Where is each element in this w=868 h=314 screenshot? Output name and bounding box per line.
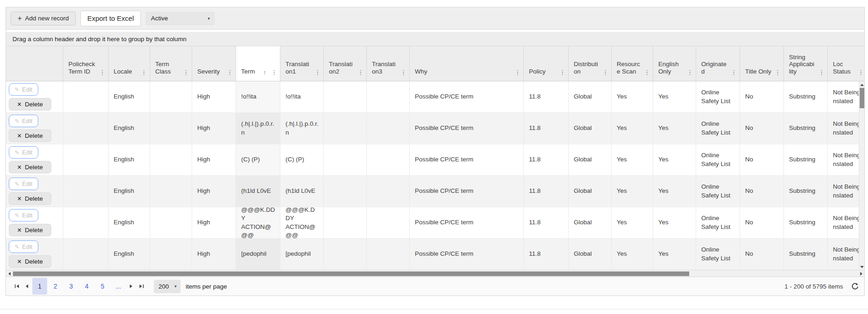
header-cell-loc_status[interactable]: Loc Status⋮ <box>828 46 864 81</box>
header-cell-title_only[interactable]: Title Only⋮ <box>740 46 784 81</box>
delete-button[interactable]: ×Delete <box>9 129 51 142</box>
edit-button[interactable]: ✎Edit <box>9 178 38 190</box>
cell-severity: High <box>192 207 236 238</box>
cell-originated: Online Safety List <box>696 239 740 270</box>
edit-button[interactable]: ✎Edit <box>9 240 38 253</box>
delete-button[interactable]: ×Delete <box>9 98 51 111</box>
refresh-button[interactable] <box>851 283 859 290</box>
scroll-up-button[interactable] <box>859 81 864 88</box>
cell-why: Possible CP/CE term <box>410 144 524 175</box>
cell-originated: Online Safety List <box>696 113 740 144</box>
horizontal-scrollbar[interactable] <box>6 270 864 277</box>
column-menu-icon[interactable]: ⋮ <box>731 69 737 75</box>
scroll-down-button[interactable] <box>859 264 864 270</box>
header-cell-distribution[interactable]: Distribution⋮ <box>569 46 612 81</box>
header-cell-locale[interactable]: Locale⋮ <box>109 46 150 81</box>
scroll-right-button[interactable] <box>858 271 864 277</box>
column-menu-icon[interactable]: ⋮ <box>515 69 521 75</box>
cell-string_applicability: Substring <box>784 144 828 175</box>
cell-value: English <box>114 124 134 132</box>
header-cell-resource_scan[interactable]: Resource Scan⋮ <box>612 46 653 81</box>
column-menu-icon[interactable]: ⋮ <box>858 69 864 75</box>
page-size-dropdown[interactable]: 200 ▼ <box>154 280 181 293</box>
header-cell-term[interactable]: Term↑⋮ <box>236 46 280 81</box>
cell-translation2 <box>324 176 367 207</box>
horizontal-scroll-thumb[interactable] <box>13 271 689 276</box>
seek-first-button[interactable] <box>12 279 22 293</box>
seek-last-button[interactable] <box>136 279 146 293</box>
column-menu-icon[interactable]: ⋮ <box>227 69 233 75</box>
header-cell-english_only[interactable]: English Only⋮ <box>653 46 696 81</box>
header-cell-term_class[interactable]: Term Class⋮ <box>150 46 192 81</box>
next-page-button[interactable] <box>126 279 136 293</box>
group-drop-area[interactable]: Drag a column header and drop it here to… <box>6 32 864 46</box>
cell-translation3 <box>367 176 410 207</box>
page-button-3[interactable]: 3 <box>64 278 79 295</box>
column-menu-icon[interactable]: ⋮ <box>315 69 321 75</box>
delete-button[interactable]: ×Delete <box>9 161 51 173</box>
cell-translation1: [pedophil <box>280 239 324 270</box>
cell-commands: ✎Edit×Delete <box>6 81 63 112</box>
cell-value: Online Safety List <box>701 120 735 136</box>
delete-button[interactable]: ×Delete <box>9 192 51 205</box>
column-menu-icon[interactable]: ⋮ <box>141 69 147 75</box>
cell-value: Yes <box>617 155 627 164</box>
column-menu-icon[interactable]: ⋮ <box>559 69 565 75</box>
header-cell-policy[interactable]: Policy⋮ <box>524 46 569 81</box>
cell-translation3 <box>367 81 410 112</box>
delete-button[interactable]: ×Delete <box>9 255 51 268</box>
column-menu-icon[interactable]: ⋮ <box>99 69 105 75</box>
header-cell-translation1[interactable]: Translation1⋮ <box>280 46 324 81</box>
column-menu-icon[interactable]: ⋮ <box>401 69 407 75</box>
cell-term: (.h|.l.|).p.0.r.n <box>236 113 280 144</box>
column-menu-icon[interactable]: ⋮ <box>775 69 781 75</box>
edit-button[interactable]: ✎Edit <box>9 146 38 159</box>
cell-locale: English <box>109 144 150 175</box>
column-menu-icon[interactable]: ⋮ <box>183 69 189 75</box>
header-cell-string_applicability[interactable]: String Applicability⋮ <box>784 46 828 81</box>
page-button-5[interactable]: 5 <box>95 278 110 295</box>
cell-string_applicability: Substring <box>784 176 828 207</box>
vertical-scroll-thumb[interactable] <box>860 88 864 108</box>
status-filter-dropdown[interactable]: Active ▼ <box>146 12 215 25</box>
header-cell-severity[interactable]: Severity⋮ <box>192 46 236 81</box>
delete-button[interactable]: ×Delete <box>9 224 51 236</box>
page-buttons: 12345... <box>32 278 126 295</box>
cell-term: (C) (P) <box>236 144 280 175</box>
header-title-title_only: Title Only <box>745 68 771 75</box>
cell-commands: ✎Edit×Delete <box>6 207 63 238</box>
page-button-1[interactable]: 1 <box>32 278 47 295</box>
edit-button[interactable]: ✎Edit <box>9 83 38 96</box>
edit-button-label: Edit <box>22 86 32 93</box>
header-title-policy: Policy <box>529 68 546 75</box>
column-menu-icon[interactable]: ⋮ <box>602 69 608 75</box>
edit-button[interactable]: ✎Edit <box>9 209 38 222</box>
cell-value: Substring <box>789 218 815 227</box>
column-menu-icon[interactable]: ⋮ <box>687 69 693 75</box>
cell-why: Possible CP/CE term <box>410 176 524 207</box>
add-new-record-button[interactable]: + Add new record <box>11 12 76 25</box>
column-menu-icon[interactable]: ⋮ <box>644 69 650 75</box>
cell-value: (.h|.l.|).p.0.r.n <box>285 120 319 136</box>
page-button-4[interactable]: 4 <box>79 278 94 295</box>
header-cell-why[interactable]: Why⋮ <box>410 46 524 81</box>
header-cell-translation2[interactable]: Translation2⋮ <box>324 46 367 81</box>
column-menu-icon[interactable]: ⋮ <box>819 69 825 75</box>
table-row: ✎Edit×DeleteEnglishHigh@@@K.DDY ACTION@@… <box>6 207 862 239</box>
edit-button[interactable]: ✎Edit <box>9 115 38 127</box>
prev-page-button[interactable] <box>22 279 32 293</box>
header-cell-translation3[interactable]: Translation3⋮ <box>367 46 410 81</box>
header-cell-policheck_term_id[interactable]: Policheck Term ID⋮ <box>63 46 109 81</box>
cell-value: (h1ld L0vE <box>285 187 316 195</box>
cell-string_applicability: Substring <box>784 207 828 238</box>
header-title-translation3: Translation3 <box>372 61 397 75</box>
export-to-excel-button[interactable]: Export to Excel <box>80 11 141 26</box>
header-cell-originated[interactable]: Originated⋮ <box>696 46 740 81</box>
column-menu-icon[interactable]: ⋮ <box>358 69 364 75</box>
scroll-left-button[interactable] <box>6 271 12 277</box>
vertical-scrollbar[interactable] <box>859 81 864 270</box>
page-button-2[interactable]: 2 <box>48 278 63 295</box>
scroll-right-icon <box>860 272 862 276</box>
more-pages-button[interactable]: ... <box>111 278 126 295</box>
column-menu-icon[interactable]: ⋮ <box>271 69 277 75</box>
